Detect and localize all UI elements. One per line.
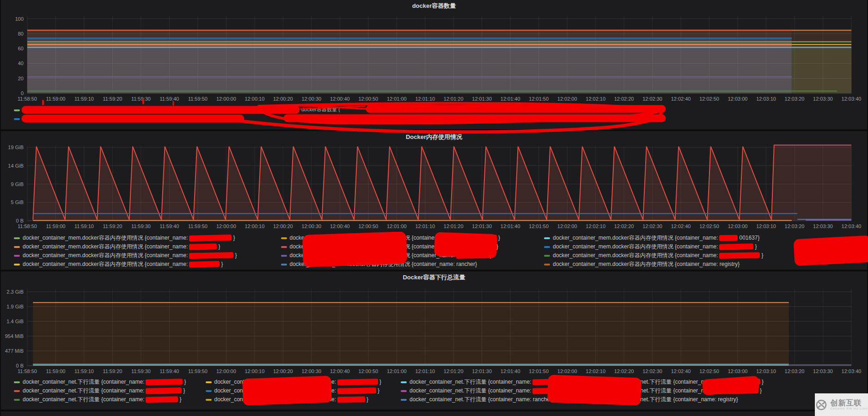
redaction-mark xyxy=(718,387,758,394)
legend-label-suffix: } xyxy=(378,387,379,394)
docker-net-down-chart-area[interactable]: 11:58:5011:59:0011:59:1011:59:2011:59:30… xyxy=(1,285,867,380)
y-tick-label: 0 B xyxy=(16,363,24,368)
legend-item[interactable]: docker_container_net.下行流量 {container_nam… xyxy=(401,396,567,403)
legend-item[interactable]: docker_container_net.下行流量 {container_nam… xyxy=(206,387,382,394)
legend-item[interactable]: docker_container_net.下行流量 {container_nam… xyxy=(586,387,764,394)
redaction-mark xyxy=(456,235,497,241)
x-tick-label: 11:59:30 xyxy=(131,368,151,374)
legend-label: docker_container_net.下行流量 {container_nam… xyxy=(410,387,531,394)
legend-series-marker xyxy=(206,381,212,383)
y-tick-label: 80 xyxy=(18,31,24,36)
legend-label: docker_container_mem.docker容器内存使用情况 {con… xyxy=(290,252,455,259)
legend-item[interactable]: docker_container_mem.docker容器内存使用情况 {con… xyxy=(14,243,237,250)
legend-item[interactable]: docker_container_mem.docker容器内存使用情况 {con… xyxy=(281,261,501,268)
legend-item[interactable]: docker_container_mem.docker容器内存使用情况 {con… xyxy=(544,252,764,259)
legend-label: docker_container_net.下行流量 {container_nam… xyxy=(214,387,336,394)
redaction-mark xyxy=(189,252,233,259)
legend-item[interactable]: docker_container_mem.docker容器内存使用情况 {con… xyxy=(281,252,501,259)
legend-label: docker_container_net.下行流量 {container_nam… xyxy=(410,396,554,403)
x-tick-label: 12:00:30 xyxy=(301,223,321,229)
legend-item[interactable]: do xyxy=(14,106,29,115)
x-tick-label: 11:59:00 xyxy=(46,96,65,102)
x-tick-label: 12:02:00 xyxy=(557,223,577,229)
x-tick-label: 12:00:50 xyxy=(358,223,378,229)
legend-item[interactable]: docker_container_net.下行流量 {container_nam… xyxy=(586,396,764,403)
x-tick-label: 12:02:30 xyxy=(642,96,662,102)
redaction-mark xyxy=(146,379,183,386)
y-tick-label: 0 B xyxy=(16,218,24,223)
x-tick-label: 12:00:00 xyxy=(216,368,236,374)
panel-title[interactable]: Docker容器下行总流量 xyxy=(1,271,867,283)
legend-item[interactable]: docker_container_net.下行流量 {container_nam… xyxy=(401,387,567,394)
legend-item[interactable]: docker_container_mem.docker容器内存使用情况 {con… xyxy=(14,252,237,259)
legend-label-suffix: } xyxy=(762,379,764,386)
redaction-mark xyxy=(532,387,563,394)
legend-item[interactable]: docker_container_mem.docker容器内存使用情况 {con… xyxy=(281,243,501,250)
legend-label-suffix: } xyxy=(755,243,757,250)
series-fill xyxy=(33,145,851,221)
legend-item[interactable]: docker_container_net.下行流量 {container_nam… xyxy=(206,396,382,403)
legend-series-marker xyxy=(14,381,20,383)
redaction-mark xyxy=(146,396,178,403)
y-tick-label: 60 xyxy=(18,46,24,51)
redaction-mark xyxy=(146,387,182,394)
y-tick-label: 14 GiB xyxy=(8,163,24,169)
legend-series-marker xyxy=(14,390,20,392)
legend-label: docker_container_net.下行流量 {container_nam… xyxy=(214,379,336,386)
legend-item[interactable]: docker_container_net.下行流量 {container_nam… xyxy=(14,387,186,394)
legend-label-suffix: } xyxy=(221,261,223,268)
legend-item[interactable]: docker_container_mem.docker容器内存使用情况 {con… xyxy=(544,243,764,250)
x-tick-label: 12:00:30 xyxy=(301,368,321,374)
panel-title[interactable]: docker容器数量 xyxy=(1,0,867,12)
redaction-mark xyxy=(719,252,760,259)
legend-item[interactable]: docker_container_net.下行流量 {container_nam… xyxy=(586,379,764,386)
legend-series-marker xyxy=(206,390,212,392)
legend-series-marker xyxy=(401,390,407,392)
y-tick-label: 9 GiB xyxy=(11,181,24,187)
series-fill xyxy=(33,302,789,366)
x-tick-label: 12:00:50 xyxy=(358,96,378,102)
legend-series-marker xyxy=(401,381,407,383)
legend-label: docker_container_mem.docker容器内存使用情况 {con… xyxy=(553,252,718,259)
redaction-mark xyxy=(719,243,753,250)
x-tick-label: 12:03:30 xyxy=(813,96,833,102)
legend-item[interactable]: docker_container_mem.docker容器内存使用情况 {con… xyxy=(14,261,237,268)
x-tick-label: 11:59:50 xyxy=(188,223,208,229)
x-tick-label: 12:01:10 xyxy=(415,96,435,102)
legend-item[interactable]: docker_container_net.下行流量 {container_nam… xyxy=(401,379,567,386)
redaction-mark xyxy=(718,379,760,386)
panel-title[interactable]: Docker内存使用情况 xyxy=(1,131,867,143)
legend-series-marker xyxy=(14,399,20,401)
legend-item[interactable]: docker_container_net.下行流量 {container_nam… xyxy=(206,379,382,386)
legend-label-suffix: 001637} xyxy=(739,235,759,241)
legend-item[interactable]: docker_container_mem.docker容器内存使用情况 {con… xyxy=(544,261,764,268)
redaction-mark xyxy=(337,396,365,403)
legend-item[interactable]: d xyxy=(14,115,29,123)
legend-series-marker xyxy=(544,264,550,265)
x-tick-label: 12:03:00 xyxy=(728,96,748,102)
legend-item[interactable]: docker_container_mem.docker容器内存使用情况 {con… xyxy=(544,235,764,241)
x-tick-label: 12:03:40 xyxy=(842,223,862,229)
legend-label-suffix: } xyxy=(179,396,181,403)
legend-fragment: docker容器数量 { xyxy=(301,106,340,113)
docker-mem-chart-area[interactable]: 11:58:5011:59:0011:59:1011:59:2011:59:30… xyxy=(1,143,867,235)
legend-label-suffix: } xyxy=(498,235,500,241)
x-tick-label: 11:59:20 xyxy=(103,223,122,229)
docker-count-chart-area[interactable]: 11:58:5011:59:0011:59:1011:59:2011:59:30… xyxy=(1,12,867,104)
legend-label: docker_container_mem.docker容器内存使用情况 {con… xyxy=(23,235,188,241)
x-tick-label: 12:03:40 xyxy=(842,96,862,102)
x-tick-label: 11:59:40 xyxy=(159,223,179,229)
panel-docker-mem: Docker内存使用情况 11:58:5011:59:0011:59:1011:… xyxy=(1,131,867,270)
legend-item[interactable]: docker_container_net.下行流量 {container_nam… xyxy=(14,379,186,386)
legend-label-suffix: } xyxy=(367,396,368,403)
legend-series-marker xyxy=(281,255,287,257)
legend-item[interactable]: docker_container_net.下行流量 {container_nam… xyxy=(14,396,186,403)
legend-item[interactable]: docker_container_mem.docker容器内存使用情况 {con… xyxy=(14,235,237,241)
x-tick-label: 12:03:00 xyxy=(728,223,748,229)
legend-label: docker_container_mem.docker容器内存使用情况 {con… xyxy=(23,252,188,259)
redaction-mark xyxy=(456,252,489,259)
legend-item[interactable]: docker_container_mem.docker容器内存使用情况 {con… xyxy=(281,235,501,241)
y-tick-label: 5 GiB xyxy=(11,199,24,205)
x-tick-label: 11:59:50 xyxy=(188,368,208,374)
x-tick-label: 12:01:20 xyxy=(444,223,464,229)
